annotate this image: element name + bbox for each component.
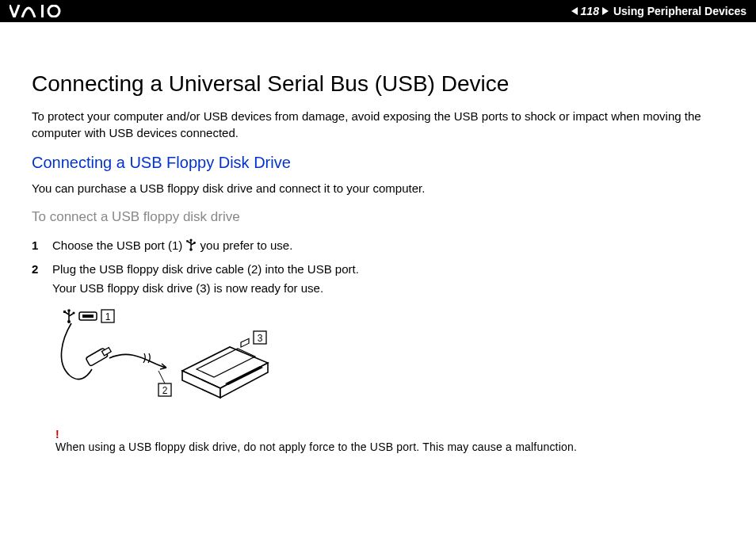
- step-text-line2: Your USB floppy disk drive (3) is now re…: [52, 281, 323, 295]
- page-title: Connecting a Universal Serial Bus (USB) …: [32, 71, 724, 97]
- step-2: 2 Plug the USB floppy disk drive cable (…: [32, 260, 724, 298]
- page-number-pill[interactable]: 118: [571, 5, 609, 17]
- svg-point-5: [194, 242, 197, 244]
- label-3: 3: [258, 333, 263, 344]
- procedure-heading: To connect a USB floppy disk drive: [32, 209, 724, 225]
- usb-floppy-figure: 1 2: [55, 307, 724, 414]
- steps-list: 1 Choose the USB port (1) you prefer to …: [32, 236, 724, 298]
- step-number: 1: [32, 236, 38, 255]
- section-heading: Connecting a USB Floppy Disk Drive: [32, 154, 724, 172]
- label-2: 2: [162, 385, 168, 396]
- page: 118 Using Peripheral Devices Connecting …: [0, 0, 756, 534]
- svg-point-6: [190, 248, 193, 251]
- next-page-icon[interactable]: [602, 7, 609, 15]
- warning-text: When using a USB floppy disk drive, do n…: [55, 441, 724, 453]
- content: Connecting a Universal Serial Bus (USB) …: [32, 71, 724, 453]
- step-number: 2: [32, 260, 38, 279]
- svg-rect-13: [82, 315, 94, 318]
- svg-line-18: [158, 371, 165, 383]
- section-body: You can purchase a USB floppy disk drive…: [32, 180, 724, 196]
- svg-point-11: [67, 320, 71, 323]
- prev-page-icon[interactable]: [571, 7, 578, 15]
- svg-point-10: [72, 311, 74, 314]
- header-right: 118 Using Peripheral Devices: [571, 5, 746, 17]
- label-1: 1: [105, 311, 111, 322]
- svg-rect-9: [63, 311, 66, 313]
- svg-rect-4: [187, 240, 189, 242]
- svg-point-1: [48, 6, 59, 17]
- step-1: 1 Choose the USB port (1) you prefer to …: [32, 236, 724, 257]
- vaio-logo: [10, 5, 73, 17]
- step-text-before: Choose the USB port (1): [52, 238, 185, 252]
- step-text-after: you prefer to use.: [200, 238, 293, 252]
- intro-text: To protect your computer and/or USB devi…: [32, 108, 724, 141]
- svg-rect-0: [41, 5, 44, 17]
- step-text-line1: Plug the USB floppy disk drive cable (2)…: [52, 262, 359, 276]
- section-label: Using Peripheral Devices: [613, 5, 746, 17]
- warning-icon: !: [55, 428, 724, 441]
- header-bar: 118 Using Peripheral Devices: [0, 0, 756, 22]
- svg-rect-19: [241, 338, 249, 347]
- page-number: 118: [579, 5, 601, 17]
- warning-block: ! When using a USB floppy disk drive, do…: [55, 428, 724, 453]
- usb-icon: [185, 238, 197, 257]
